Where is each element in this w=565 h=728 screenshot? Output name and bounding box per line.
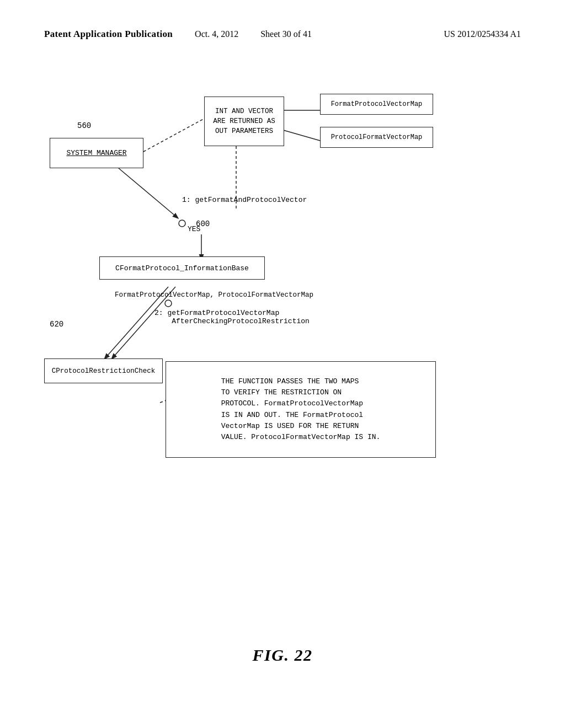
label-fmtvec: FormatProtocolVectorMap, ProtocolFormatV… — [115, 291, 313, 299]
label-620: 620 — [50, 320, 63, 329]
label-600: 600 — [196, 220, 210, 228]
svg-point-8 — [179, 220, 185, 227]
header-date: Oct. 4, 2012 — [195, 29, 238, 39]
box-int-vector: INT AND VECTORARE RETURNED ASOUT PARAMET… — [204, 97, 284, 146]
patent-label: Patent Application Publication — [44, 29, 173, 40]
label-560: 560 — [77, 121, 91, 130]
box-protocol-format-vector-map: ProtocolFormatVectorMap — [320, 127, 433, 148]
box-system-manager: SYSTEM MANAGER — [50, 138, 143, 168]
svg-line-0 — [143, 119, 204, 152]
svg-line-2 — [281, 130, 320, 141]
diagram: 560 SYSTEM MANAGER INT AND VECTORARE RET… — [33, 88, 532, 618]
label-step2: 2: getFormatProtocolVectorMap AfterCheck… — [154, 309, 310, 325]
label-step1: 1: getFormatAndProtocolVector — [182, 196, 307, 204]
header-sheet: Sheet 30 of 41 — [260, 29, 312, 39]
header: Patent Application Publication Oct. 4, 2… — [0, 29, 565, 40]
page: Patent Application Publication Oct. 4, 2… — [0, 0, 565, 728]
box-format-protocol-vector-map: FormatProtocolVectorMap — [320, 94, 433, 115]
box-cprotocol: CProtocolRestrictionCheck — [44, 358, 163, 383]
box-function-note: THE FUNCTION PASSES THE TWO MAPSTO VERIF… — [166, 361, 436, 458]
svg-point-9 — [165, 300, 172, 307]
figure-caption: FIG. 22 — [253, 646, 313, 665]
box-cformat: CFormatProtocol_InformationBase — [99, 256, 265, 280]
svg-line-3 — [119, 168, 178, 218]
header-us-patent: US 2012/0254334 A1 — [444, 29, 521, 39]
